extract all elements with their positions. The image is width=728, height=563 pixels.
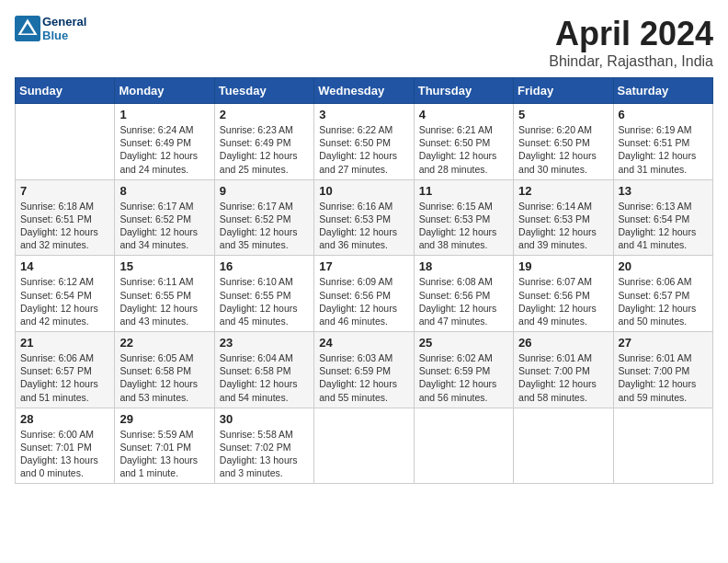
logo-text-blue: Blue (42, 29, 86, 42)
day-info: Sunrise: 5:59 AMSunset: 7:01 PMDaylight:… (119, 428, 209, 480)
day-cell: 12Sunrise: 6:14 AMSunset: 6:53 PMDayligh… (514, 179, 613, 256)
day-info: Sunrise: 6:22 AMSunset: 6:50 PMDaylight:… (319, 123, 408, 176)
day-number: 18 (419, 259, 508, 273)
day-number: 17 (319, 259, 408, 273)
day-number: 23 (220, 336, 309, 350)
day-cell (514, 408, 613, 484)
logo-icon (15, 16, 40, 41)
day-cell: 8Sunrise: 6:17 AMSunset: 6:52 PMDaylight… (115, 179, 214, 256)
day-info: Sunrise: 6:11 AMSunset: 6:55 PMDaylight:… (119, 275, 209, 327)
day-info: Sunrise: 6:07 AMSunset: 6:56 PMDaylight:… (518, 275, 608, 327)
day-number: 24 (319, 336, 408, 350)
day-cell: 13Sunrise: 6:13 AMSunset: 6:54 PMDayligh… (613, 179, 712, 256)
day-number: 26 (518, 336, 608, 350)
day-cell: 23Sunrise: 6:04 AMSunset: 6:58 PMDayligh… (214, 332, 313, 408)
day-cell: 6Sunrise: 6:19 AMSunset: 6:51 PMDaylight… (613, 104, 712, 180)
day-info: Sunrise: 6:02 AMSunset: 6:59 PMDaylight:… (419, 351, 508, 404)
calendar: SundayMondayTuesdayWednesdayThursdayFrid… (15, 77, 713, 484)
day-cell (16, 104, 115, 180)
day-cell: 22Sunrise: 6:05 AMSunset: 6:58 PMDayligh… (115, 332, 214, 408)
day-info: Sunrise: 6:17 AMSunset: 6:52 PMDaylight:… (119, 200, 209, 252)
day-cell: 27Sunrise: 6:01 AMSunset: 7:00 PMDayligh… (613, 332, 712, 408)
day-number: 5 (518, 108, 608, 121)
day-info: Sunrise: 6:23 AMSunset: 6:49 PMDaylight:… (220, 123, 309, 176)
day-number: 29 (119, 412, 209, 426)
month-title: April 2024 (549, 15, 713, 53)
logo: General Blue (15, 15, 86, 42)
day-cell: 17Sunrise: 6:09 AMSunset: 6:56 PMDayligh… (314, 256, 414, 332)
day-info: Sunrise: 6:08 AMSunset: 6:56 PMDaylight:… (419, 275, 508, 327)
day-number: 16 (220, 259, 309, 273)
week-row-2: 7Sunrise: 6:18 AMSunset: 6:51 PMDaylight… (16, 179, 713, 256)
day-number: 2 (220, 108, 309, 121)
location: Bhindar, Rajasthan, India (549, 53, 713, 70)
day-number: 13 (619, 184, 708, 198)
day-cell: 9Sunrise: 6:17 AMSunset: 6:52 PMDaylight… (214, 179, 313, 256)
day-number: 7 (20, 184, 109, 198)
day-info: Sunrise: 6:10 AMSunset: 6:55 PMDaylight:… (220, 275, 309, 327)
day-cell: 15Sunrise: 6:11 AMSunset: 6:55 PMDayligh… (115, 256, 214, 332)
day-number: 8 (119, 184, 209, 198)
day-info: Sunrise: 6:06 AMSunset: 6:57 PMDaylight:… (20, 351, 109, 404)
day-number: 3 (319, 108, 408, 121)
day-cell: 10Sunrise: 6:16 AMSunset: 6:53 PMDayligh… (314, 179, 414, 256)
day-number: 21 (20, 336, 109, 350)
day-info: Sunrise: 6:24 AMSunset: 6:49 PMDaylight:… (119, 123, 209, 176)
day-info: Sunrise: 6:01 AMSunset: 7:00 PMDaylight:… (518, 351, 608, 404)
header-day-sunday: Sunday (16, 78, 115, 104)
day-info: Sunrise: 5:58 AMSunset: 7:02 PMDaylight:… (220, 428, 309, 480)
day-cell: 4Sunrise: 6:21 AMSunset: 6:50 PMDaylight… (414, 104, 513, 180)
day-cell: 2Sunrise: 6:23 AMSunset: 6:49 PMDaylight… (214, 104, 313, 180)
day-cell: 28Sunrise: 6:00 AMSunset: 7:01 PMDayligh… (16, 408, 115, 484)
day-number: 20 (619, 259, 708, 273)
day-cell (613, 408, 712, 484)
day-cell: 29Sunrise: 5:59 AMSunset: 7:01 PMDayligh… (115, 408, 214, 484)
day-number: 4 (419, 108, 508, 121)
day-cell (314, 408, 414, 484)
day-info: Sunrise: 6:00 AMSunset: 7:01 PMDaylight:… (20, 428, 109, 480)
day-number: 1 (119, 108, 209, 121)
day-cell: 21Sunrise: 6:06 AMSunset: 6:57 PMDayligh… (16, 332, 115, 408)
day-info: Sunrise: 6:19 AMSunset: 6:51 PMDaylight:… (619, 123, 708, 176)
day-info: Sunrise: 6:13 AMSunset: 6:54 PMDaylight:… (619, 200, 708, 252)
day-cell: 24Sunrise: 6:03 AMSunset: 6:59 PMDayligh… (314, 332, 414, 408)
header-day-friday: Friday (514, 78, 613, 104)
day-info: Sunrise: 6:01 AMSunset: 7:00 PMDaylight:… (619, 351, 708, 404)
day-cell: 5Sunrise: 6:20 AMSunset: 6:50 PMDaylight… (514, 104, 613, 180)
header-day-thursday: Thursday (414, 78, 513, 104)
day-info: Sunrise: 6:05 AMSunset: 6:58 PMDaylight:… (119, 351, 209, 404)
day-cell: 11Sunrise: 6:15 AMSunset: 6:53 PMDayligh… (414, 179, 513, 256)
day-cell: 19Sunrise: 6:07 AMSunset: 6:56 PMDayligh… (514, 256, 613, 332)
header-day-wednesday: Wednesday (314, 78, 414, 104)
week-row-3: 14Sunrise: 6:12 AMSunset: 6:54 PMDayligh… (16, 256, 713, 332)
calendar-header-row: SundayMondayTuesdayWednesdayThursdayFrid… (16, 78, 713, 104)
title-area: April 2024 Bhindar, Rajasthan, India (549, 15, 713, 70)
day-info: Sunrise: 6:14 AMSunset: 6:53 PMDaylight:… (518, 200, 608, 252)
day-number: 14 (20, 259, 109, 273)
day-info: Sunrise: 6:20 AMSunset: 6:50 PMDaylight:… (518, 123, 608, 176)
day-number: 22 (119, 336, 209, 350)
day-info: Sunrise: 6:17 AMSunset: 6:52 PMDaylight:… (220, 200, 309, 252)
header-day-monday: Monday (115, 78, 214, 104)
day-cell: 14Sunrise: 6:12 AMSunset: 6:54 PMDayligh… (16, 256, 115, 332)
day-info: Sunrise: 6:16 AMSunset: 6:53 PMDaylight:… (319, 200, 408, 252)
day-number: 12 (518, 184, 608, 198)
day-info: Sunrise: 6:12 AMSunset: 6:54 PMDaylight:… (20, 275, 109, 327)
day-number: 15 (119, 259, 209, 273)
day-number: 10 (319, 184, 408, 198)
logo-text-general: General (42, 15, 86, 29)
day-number: 27 (619, 336, 708, 350)
header-day-tuesday: Tuesday (214, 78, 313, 104)
day-cell: 20Sunrise: 6:06 AMSunset: 6:57 PMDayligh… (613, 256, 712, 332)
page-header: General Blue April 2024 Bhindar, Rajasth… (15, 15, 713, 70)
day-number: 28 (20, 412, 109, 426)
day-cell: 1Sunrise: 6:24 AMSunset: 6:49 PMDaylight… (115, 104, 214, 180)
day-cell: 18Sunrise: 6:08 AMSunset: 6:56 PMDayligh… (414, 256, 513, 332)
day-number: 11 (419, 184, 508, 198)
day-number: 6 (619, 108, 708, 121)
day-number: 25 (419, 336, 508, 350)
day-info: Sunrise: 6:21 AMSunset: 6:50 PMDaylight:… (419, 123, 508, 176)
day-cell: 30Sunrise: 5:58 AMSunset: 7:02 PMDayligh… (214, 408, 313, 484)
day-cell: 7Sunrise: 6:18 AMSunset: 6:51 PMDaylight… (16, 179, 115, 256)
day-cell: 26Sunrise: 6:01 AMSunset: 7:00 PMDayligh… (514, 332, 613, 408)
